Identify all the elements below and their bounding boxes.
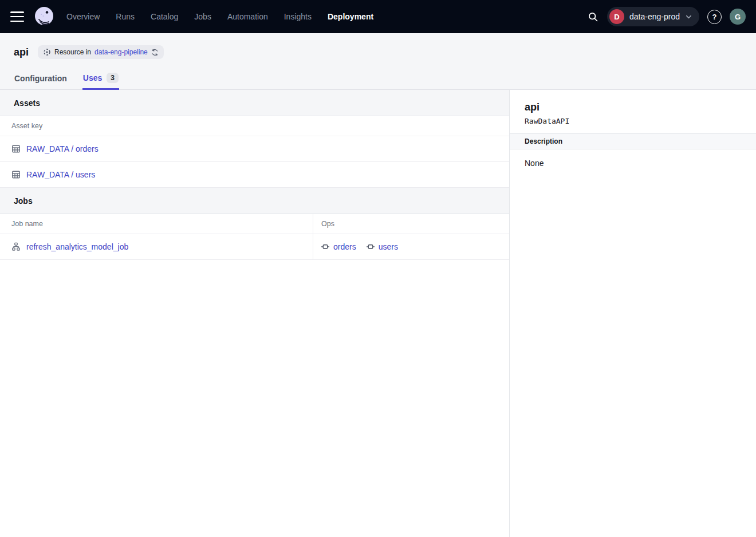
panel-resource-class: RawDataAPI: [525, 117, 741, 125]
resource-context-badge: Resource in data-eng-pipeline: [38, 45, 164, 59]
assets-section-header: Assets: [0, 90, 509, 116]
deployment-name: data-eng-prod: [629, 12, 680, 21]
page-header: api Resource in data-eng-pipeline Config…: [0, 33, 756, 90]
asset-link-users[interactable]: RAW_DATA / users: [0, 170, 107, 179]
assets-section-title: Assets: [14, 98, 40, 108]
jobs-column-header-row: Job name Ops: [0, 214, 509, 234]
tab-configuration-label: Configuration: [14, 74, 67, 83]
asset-link-orders[interactable]: RAW_DATA / orders: [0, 144, 110, 153]
assets-column-header-row: Asset key: [0, 116, 509, 136]
job-name-text: refresh_analytics_model_job: [26, 242, 128, 251]
panel-resource-name: api: [525, 101, 741, 113]
op-link-users[interactable]: users: [367, 242, 398, 251]
dagster-logo-icon[interactable]: [33, 6, 55, 27]
chevron-down-icon: [685, 13, 692, 21]
nav-item-insights[interactable]: Insights: [284, 12, 312, 21]
tab-bar: Configuration Uses 3: [14, 69, 742, 89]
nav-item-overview[interactable]: Overview: [66, 12, 100, 21]
resource-detail-panel: api RawDataAPI Description None: [510, 90, 756, 537]
asset-key-column-header: Asset key: [0, 122, 54, 130]
resource-icon: [43, 48, 51, 56]
tab-configuration[interactable]: Configuration: [14, 70, 68, 90]
op-name-text: orders: [333, 242, 356, 251]
jobs-section-title: Jobs: [14, 196, 33, 206]
op-icon: [321, 243, 329, 251]
table-row: RAW_DATA / users: [0, 162, 509, 188]
job-link[interactable]: refresh_analytics_model_job: [0, 242, 140, 251]
user-avatar[interactable]: G: [730, 9, 746, 25]
nav-item-deployment[interactable]: Deployment: [328, 12, 373, 21]
table-icon: [11, 170, 21, 179]
navbar-actions: D data-eng-prod ? G: [587, 7, 746, 26]
menu-icon[interactable]: [10, 11, 24, 22]
tab-uses-count-badge: 3: [107, 73, 119, 83]
help-icon[interactable]: ?: [707, 10, 722, 24]
nav-item-catalog[interactable]: Catalog: [151, 12, 178, 21]
top-navbar: Overview Runs Catalog Jobs Automation In…: [0, 0, 756, 33]
asset-key-text: RAW_DATA / users: [26, 170, 95, 179]
nav-item-automation[interactable]: Automation: [227, 12, 268, 21]
code-location-link[interactable]: data-eng-pipeline: [94, 48, 148, 56]
table-row: refresh_analytics_model_job orders users: [0, 234, 509, 260]
tab-uses[interactable]: Uses 3: [82, 69, 119, 90]
table-icon: [11, 144, 21, 153]
ops-column-header: Ops: [321, 220, 334, 228]
job-name-column-header: Job name: [0, 220, 54, 228]
deployment-initial-badge: D: [609, 9, 624, 24]
search-icon[interactable]: [587, 11, 599, 23]
op-link-orders[interactable]: orders: [321, 242, 356, 251]
reload-icon[interactable]: [151, 49, 159, 56]
table-row: RAW_DATA / orders: [0, 136, 509, 162]
badge-prefix-text: Resource in: [54, 48, 91, 56]
nav-item-runs[interactable]: Runs: [116, 12, 135, 21]
asset-key-text: RAW_DATA / orders: [26, 144, 99, 153]
job-graph-icon: [11, 242, 21, 251]
uses-main-area: Assets Asset key RAW_DATA / orders RAW_D…: [0, 90, 510, 537]
op-icon: [367, 243, 375, 251]
page-title: api: [14, 46, 29, 58]
primary-nav: Overview Runs Catalog Jobs Automation In…: [66, 12, 373, 21]
nav-item-jobs[interactable]: Jobs: [194, 12, 211, 21]
op-name-text: users: [379, 242, 398, 251]
description-section-header: Description: [510, 133, 756, 149]
description-value: None: [510, 149, 756, 177]
deployment-switcher[interactable]: D data-eng-prod: [607, 7, 699, 26]
jobs-section-header: Jobs: [0, 188, 509, 214]
tab-uses-label: Uses: [83, 73, 102, 82]
